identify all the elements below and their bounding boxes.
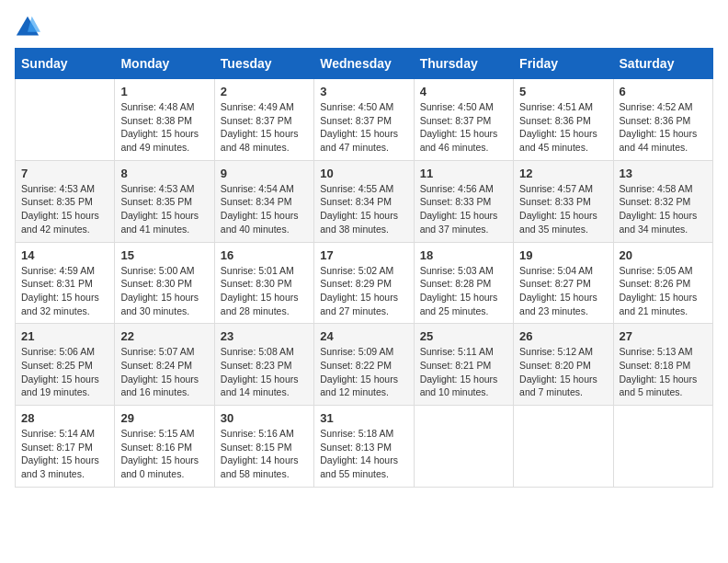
logo [15,15,44,40]
cell-content: Sunrise: 5:16 AM Sunset: 8:15 PM Dayligh… [221,427,308,481]
header-day-monday: Monday [115,49,214,79]
calendar-table: SundayMondayTuesdayWednesdayThursdayFrid… [15,48,713,488]
day-number: 19 [519,248,607,262]
day-number: 28 [21,411,108,425]
calendar-week-3: 14Sunrise: 4:59 AM Sunset: 8:31 PM Dayli… [16,242,713,324]
calendar-cell: 30Sunrise: 5:16 AM Sunset: 8:15 PM Dayli… [214,406,313,488]
header-day-thursday: Thursday [414,49,513,79]
calendar-cell: 2Sunrise: 4:49 AM Sunset: 8:37 PM Daylig… [214,79,313,161]
day-number: 31 [320,411,407,425]
day-number: 12 [519,167,607,180]
cell-content: Sunrise: 5:06 AM Sunset: 8:25 PM Dayligh… [21,345,108,399]
calendar-header-row: SundayMondayTuesdayWednesdayThursdayFrid… [16,49,713,79]
cell-content: Sunrise: 4:59 AM Sunset: 8:31 PM Dayligh… [21,264,108,318]
cell-content: Sunrise: 5:15 AM Sunset: 8:16 PM Dayligh… [120,427,208,481]
header-day-saturday: Saturday [613,49,712,79]
calendar-cell: 8Sunrise: 4:53 AM Sunset: 8:35 PM Daylig… [115,160,214,242]
day-number: 18 [420,248,507,262]
cell-content: Sunrise: 5:05 AM Sunset: 8:26 PM Dayligh… [620,264,707,318]
day-number: 30 [221,411,308,425]
day-number: 6 [620,85,707,98]
cell-content: Sunrise: 4:56 AM Sunset: 8:33 PM Dayligh… [420,182,507,236]
day-number: 16 [221,248,308,262]
calendar-cell: 9Sunrise: 4:54 AM Sunset: 8:34 PM Daylig… [214,160,313,242]
day-number: 23 [221,329,308,343]
calendar-week-1: 1Sunrise: 4:48 AM Sunset: 8:38 PM Daylig… [16,79,713,161]
cell-content: Sunrise: 5:03 AM Sunset: 8:28 PM Dayligh… [420,264,507,318]
cell-content: Sunrise: 5:01 AM Sunset: 8:30 PM Dayligh… [221,264,308,318]
cell-content: Sunrise: 5:18 AM Sunset: 8:13 PM Dayligh… [320,427,407,481]
calendar-cell: 21Sunrise: 5:06 AM Sunset: 8:25 PM Dayli… [16,324,115,406]
cell-content: Sunrise: 4:49 AM Sunset: 8:37 PM Dayligh… [221,100,308,155]
calendar-cell: 28Sunrise: 5:14 AM Sunset: 8:17 PM Dayli… [16,406,115,488]
header-day-friday: Friday [514,49,613,79]
calendar-cell: 26Sunrise: 5:12 AM Sunset: 8:20 PM Dayli… [514,324,613,406]
cell-content: Sunrise: 5:13 AM Sunset: 8:18 PM Dayligh… [620,345,707,399]
cell-content: Sunrise: 5:11 AM Sunset: 8:21 PM Dayligh… [420,345,507,399]
calendar-cell: 19Sunrise: 5:04 AM Sunset: 8:27 PM Dayli… [514,242,613,324]
cell-content: Sunrise: 4:51 AM Sunset: 8:36 PM Dayligh… [519,100,607,155]
calendar-cell: 20Sunrise: 5:05 AM Sunset: 8:26 PM Dayli… [613,242,712,324]
day-number: 7 [21,167,108,180]
day-number: 1 [120,85,208,98]
cell-content: Sunrise: 5:00 AM Sunset: 8:30 PM Dayligh… [120,264,208,318]
cell-content: Sunrise: 4:50 AM Sunset: 8:37 PM Dayligh… [420,100,507,155]
calendar-cell: 3Sunrise: 4:50 AM Sunset: 8:37 PM Daylig… [314,79,414,161]
cell-content: Sunrise: 5:02 AM Sunset: 8:29 PM Dayligh… [320,264,407,318]
cell-content: Sunrise: 4:50 AM Sunset: 8:37 PM Dayligh… [320,100,407,155]
day-number: 21 [21,329,108,343]
calendar-cell: 6Sunrise: 4:52 AM Sunset: 8:36 PM Daylig… [613,79,712,161]
cell-content: Sunrise: 5:12 AM Sunset: 8:20 PM Dayligh… [519,345,607,399]
cell-content: Sunrise: 4:53 AM Sunset: 8:35 PM Dayligh… [21,182,108,236]
cell-content: Sunrise: 5:09 AM Sunset: 8:22 PM Dayligh… [320,345,407,399]
header-day-tuesday: Tuesday [214,49,313,79]
calendar-cell: 16Sunrise: 5:01 AM Sunset: 8:30 PM Dayli… [214,242,313,324]
day-number: 4 [420,85,507,98]
calendar-cell: 4Sunrise: 4:50 AM Sunset: 8:37 PM Daylig… [414,79,513,161]
calendar-cell: 1Sunrise: 4:48 AM Sunset: 8:38 PM Daylig… [115,79,214,161]
day-number: 11 [420,167,507,180]
day-number: 24 [320,329,407,343]
calendar-week-2: 7Sunrise: 4:53 AM Sunset: 8:35 PM Daylig… [16,160,713,242]
calendar-cell [514,406,613,488]
day-number: 3 [320,85,407,98]
calendar-week-5: 28Sunrise: 5:14 AM Sunset: 8:17 PM Dayli… [16,406,713,488]
cell-content: Sunrise: 5:14 AM Sunset: 8:17 PM Dayligh… [21,427,108,481]
calendar-cell: 12Sunrise: 4:57 AM Sunset: 8:33 PM Dayli… [514,160,613,242]
calendar-cell: 25Sunrise: 5:11 AM Sunset: 8:21 PM Dayli… [414,324,513,406]
day-number: 26 [519,329,607,343]
calendar-cell: 13Sunrise: 4:58 AM Sunset: 8:32 PM Dayli… [613,160,712,242]
calendar-cell [414,406,513,488]
day-number: 29 [120,411,208,425]
calendar-cell: 14Sunrise: 4:59 AM Sunset: 8:31 PM Dayli… [16,242,115,324]
calendar-cell: 15Sunrise: 5:00 AM Sunset: 8:30 PM Dayli… [115,242,214,324]
calendar-cell [16,79,115,161]
day-number: 13 [620,167,707,180]
cell-content: Sunrise: 4:48 AM Sunset: 8:38 PM Dayligh… [120,100,208,155]
day-number: 2 [221,85,308,98]
day-number: 14 [21,248,108,262]
day-number: 17 [320,248,407,262]
day-number: 22 [120,329,208,343]
cell-content: Sunrise: 5:08 AM Sunset: 8:23 PM Dayligh… [221,345,308,399]
calendar-cell: 29Sunrise: 5:15 AM Sunset: 8:16 PM Dayli… [115,406,214,488]
cell-content: Sunrise: 4:55 AM Sunset: 8:34 PM Dayligh… [320,182,407,236]
header-day-wednesday: Wednesday [314,49,414,79]
day-number: 5 [519,85,607,98]
cell-content: Sunrise: 4:58 AM Sunset: 8:32 PM Dayligh… [620,182,707,236]
calendar-cell: 10Sunrise: 4:55 AM Sunset: 8:34 PM Dayli… [314,160,414,242]
cell-content: Sunrise: 4:53 AM Sunset: 8:35 PM Dayligh… [120,182,208,236]
calendar-cell: 17Sunrise: 5:02 AM Sunset: 8:29 PM Dayli… [314,242,414,324]
calendar-cell: 18Sunrise: 5:03 AM Sunset: 8:28 PM Dayli… [414,242,513,324]
logo-icon [15,15,40,40]
calendar-cell [613,406,712,488]
day-number: 27 [620,329,707,343]
calendar-cell: 5Sunrise: 4:51 AM Sunset: 8:36 PM Daylig… [514,79,613,161]
header [15,15,713,40]
day-number: 25 [420,329,507,343]
calendar-cell: 11Sunrise: 4:56 AM Sunset: 8:33 PM Dayli… [414,160,513,242]
calendar-cell: 24Sunrise: 5:09 AM Sunset: 8:22 PM Dayli… [314,324,414,406]
calendar-cell: 31Sunrise: 5:18 AM Sunset: 8:13 PM Dayli… [314,406,414,488]
calendar-cell: 22Sunrise: 5:07 AM Sunset: 8:24 PM Dayli… [115,324,214,406]
day-number: 8 [120,167,208,180]
